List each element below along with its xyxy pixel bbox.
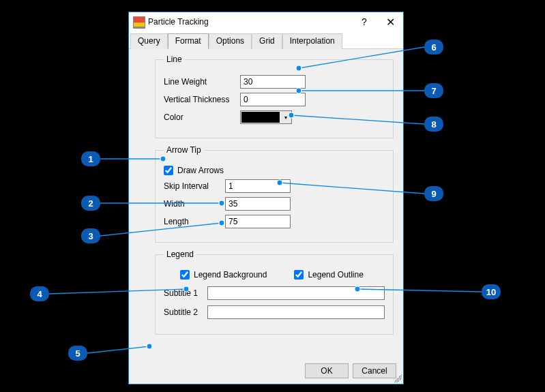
draw-arrows-checkbox[interactable] [164, 166, 173, 175]
arrow-width-input[interactable] [225, 197, 291, 211]
callout-2: 2 [81, 196, 100, 211]
tab-query[interactable]: Query [130, 33, 168, 49]
group-arrow-tip: Arrow Tip Draw Arrows Skip Interval Widt… [155, 145, 394, 243]
group-line-legend: Line [164, 55, 185, 64]
group-line: Line Line Weight Vertical Thickness Colo… [155, 55, 394, 138]
subtitle1-input[interactable] [207, 286, 385, 300]
subtitle2-label: Subtitle 2 [164, 307, 207, 317]
legend-outline-label: Legend Outline [308, 270, 363, 280]
callout-1: 1 [81, 151, 100, 166]
color-label: Color [164, 112, 240, 122]
color-picker[interactable]: ▾ [240, 110, 292, 124]
legend-outline-checkbox[interactable] [294, 270, 304, 280]
vertical-thickness-label: Vertical Thickness [164, 95, 240, 104]
callout-9: 9 [424, 186, 443, 201]
group-legend-legend: Legend [164, 250, 196, 259]
tab-format[interactable]: Format [168, 33, 209, 49]
legend-background-option[interactable]: Legend Background [180, 270, 267, 280]
callout-8: 8 [424, 117, 443, 132]
callout-5: 5 [68, 346, 87, 361]
tab-content-format: Line Line Weight Vertical Thickness Colo… [129, 49, 403, 359]
app-icon [133, 16, 144, 27]
legend-background-label: Legend Background [194, 270, 267, 280]
ok-button[interactable]: OK [305, 363, 349, 378]
arrow-length-input[interactable] [225, 215, 291, 228]
cancel-button[interactable]: Cancel [353, 363, 396, 378]
arrow-width-label: Width [164, 199, 225, 209]
chevron-down-icon: ▾ [280, 111, 291, 123]
draw-arrows-label: Draw Arrows [177, 166, 224, 175]
line-weight-label: Line Weight [164, 77, 240, 87]
tab-interpolation[interactable]: Interpolation [282, 33, 342, 49]
callout-3: 3 [81, 228, 100, 243]
callout-7: 7 [424, 83, 443, 98]
dialog-button-bar: OK Cancel [129, 359, 403, 384]
subtitle1-label: Subtitle 1 [164, 288, 207, 298]
window-title: Particle Tracking [148, 17, 351, 27]
subtitle2-input[interactable] [207, 305, 385, 319]
skip-interval-label: Skip Interval [164, 181, 225, 191]
help-button[interactable]: ? [351, 12, 377, 31]
particle-tracking-dialog: Particle Tracking ? ✕ Query Format Optio… [128, 12, 404, 385]
close-button[interactable]: ✕ [377, 12, 403, 31]
callout-4: 4 [30, 286, 49, 301]
tab-strip: Query Format Options Grid Interpolation [129, 31, 403, 49]
legend-outline-option[interactable]: Legend Outline [294, 270, 363, 280]
tab-options[interactable]: Options [209, 33, 252, 49]
resize-grip[interactable] [394, 374, 402, 382]
callout-10: 10 [482, 284, 501, 299]
vertical-thickness-input[interactable] [240, 93, 306, 106]
group-legend: Legend Legend Background Legend Outline … [155, 250, 394, 335]
skip-interval-input[interactable] [225, 179, 291, 193]
arrow-length-label: Length [164, 217, 225, 226]
tab-grid[interactable]: Grid [252, 33, 282, 49]
color-swatch-fill [241, 112, 280, 123]
legend-background-checkbox[interactable] [180, 270, 190, 280]
title-bar: Particle Tracking ? ✕ [129, 12, 403, 31]
group-arrow-legend: Arrow Tip [164, 145, 204, 155]
line-weight-input[interactable] [240, 75, 306, 89]
callout-6: 6 [424, 40, 443, 55]
